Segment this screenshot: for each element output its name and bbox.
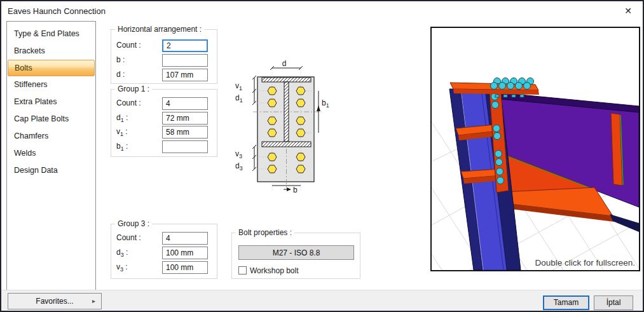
- horizontal-arrangement-group: Horizontal arrangement : Count : b : d :: [111, 29, 217, 84]
- sidebar: Type & End Plates Brackets Bolts Stiffen…: [6, 21, 96, 290]
- v3-dim-label: v3: [235, 149, 242, 159]
- group1-box: Group 1 : Count : d1 : v1 : b1 :: [111, 89, 217, 157]
- horizontal-b-input[interactable]: [162, 54, 208, 67]
- d-label: d :: [116, 70, 125, 80]
- v1-dim-label: v1: [235, 81, 242, 92]
- bolt-arrangement-diagram: d v1 d1 b1 v3 d3 b: [229, 60, 346, 194]
- group1-b1-input[interactable]: [162, 140, 208, 153]
- v3-label: v3 :: [116, 262, 128, 273]
- workshop-bolt-checkbox[interactable]: [238, 266, 247, 275]
- fullscreen-hint: Double click for fullscreen.: [535, 258, 635, 268]
- count-label: Count :: [116, 41, 141, 51]
- close-icon[interactable]: ✕: [619, 4, 638, 18]
- v1-label: v1 :: [116, 127, 128, 137]
- d3-label: d3 :: [116, 248, 128, 258]
- count-label: Count :: [116, 98, 141, 109]
- dialog-title: Eaves Haunch Connection: [8, 6, 106, 16]
- group-title: Group 3 :: [115, 219, 152, 228]
- d1-dim-label: d1: [235, 93, 243, 104]
- b-label: b :: [116, 55, 125, 65]
- favorites-button[interactable]: Favorites... ▸: [8, 293, 102, 309]
- d-dim-label: d: [282, 60, 287, 68]
- eaves-haunch-connection-dialog: Eaves Haunch Connection ✕ Type & End Pla…: [0, 0, 644, 312]
- group1-count-input[interactable]: [162, 97, 208, 110]
- group1-d1-input[interactable]: [162, 112, 208, 125]
- horizontal-count-input[interactable]: [162, 39, 208, 52]
- b1-label: b1 :: [116, 142, 128, 152]
- group-title: Bolt properties :: [236, 228, 294, 237]
- bolt-properties-group: Bolt properties : M27 - ISO 8.8 Workshop…: [231, 233, 360, 279]
- horizontal-d-input[interactable]: [162, 69, 208, 81]
- group3-count-input[interactable]: [162, 232, 208, 245]
- group3-v3-input[interactable]: [162, 261, 208, 274]
- bolt-spec-button[interactable]: M27 - ISO 8.8: [238, 245, 354, 260]
- count-label: Count :: [116, 233, 141, 243]
- group-title: Group 1 :: [115, 85, 152, 93]
- group3-box: Group 3 : Count : d3 : v3 :: [111, 224, 217, 279]
- titlebar: Eaves Haunch Connection ✕: [1, 1, 643, 20]
- b-arrow: [287, 187, 291, 191]
- footer-bar: Favorites... ▸ Tamam İptal: [1, 290, 643, 311]
- b1-arrow: [317, 105, 320, 111]
- sidebar-item-stiffeners[interactable]: Stiffeners: [7, 76, 95, 93]
- 3d-connection-render: Double click for fullscreen.: [432, 28, 639, 270]
- group-title: Horizontal arrangement :: [115, 25, 204, 34]
- 3d-preview-viewport[interactable]: Double click for fullscreen.: [430, 27, 640, 271]
- sidebar-item-type-end-plates[interactable]: Type & End Plates: [7, 25, 95, 43]
- sidebar-item-extra-plates[interactable]: Extra Plates: [7, 93, 95, 111]
- sidebar-item-brackets[interactable]: Brackets: [7, 43, 95, 60]
- d3-dim-label: d3: [235, 161, 243, 172]
- sidebar-item-chamfers[interactable]: Chamfers: [7, 128, 95, 145]
- b-dim-label: b: [293, 186, 298, 194]
- b1-dim-label: b1: [322, 98, 329, 109]
- group3-d3-input[interactable]: [162, 247, 208, 259]
- sidebar-item-design-data[interactable]: Design Data: [7, 162, 95, 179]
- sidebar-item-cap-plate-bolts[interactable]: Cap Plate Bolts: [7, 111, 95, 128]
- d1-label: d1 :: [116, 113, 128, 123]
- workshop-bolt-row: Workshop bolt: [238, 264, 298, 275]
- cancel-button[interactable]: İptal: [594, 295, 633, 310]
- sidebar-item-welds[interactable]: Welds: [7, 145, 95, 162]
- ok-button[interactable]: Tamam: [543, 295, 589, 310]
- sidebar-item-bolts[interactable]: Bolts: [8, 60, 95, 76]
- favorites-expand-icon: ▸: [92, 294, 95, 309]
- workshop-bolt-label: Workshop bolt: [250, 266, 298, 275]
- group1-v1-input[interactable]: [162, 126, 208, 139]
